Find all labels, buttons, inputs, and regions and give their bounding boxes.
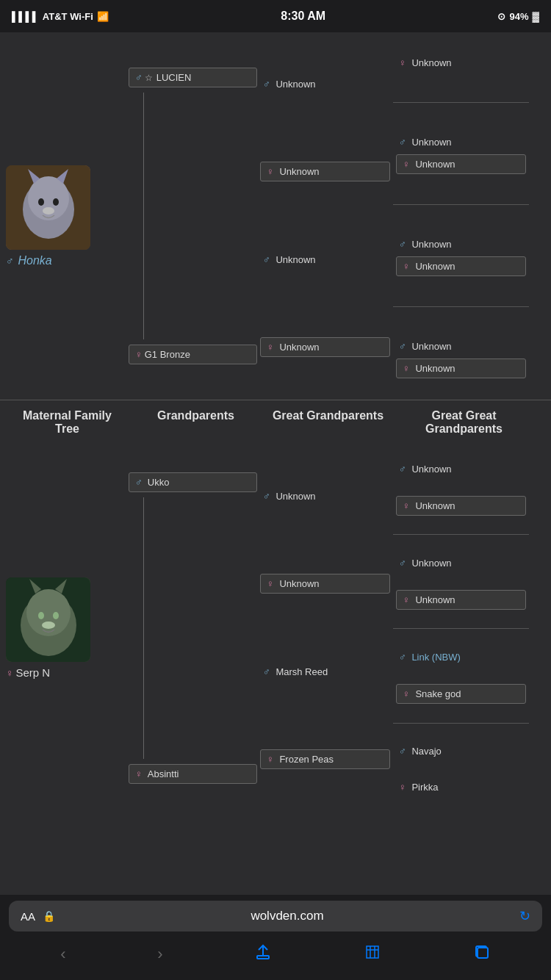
aa-label[interactable]: AA <box>21 910 35 923</box>
col-self: Honka <box>0 37 129 395</box>
lucien-label[interactable]: LUCIEN <box>156 72 192 83</box>
gp2-wrapper[interactable]: ♀ Unknown <box>260 162 390 181</box>
mat-self-name-label[interactable]: Serp N <box>16 666 51 679</box>
battery-label: 94% <box>509 11 528 22</box>
parent-g1bronze[interactable]: ♀ G1 Bronze <box>129 345 257 364</box>
mat-gggp4-gender: ♀ <box>403 594 410 605</box>
gp4-label[interactable]: Unknown <box>279 342 319 353</box>
gp4-gender: ♀ <box>267 342 274 353</box>
bookmarks-button[interactable] <box>364 943 381 965</box>
mat-gggp1-label[interactable]: Unknown <box>411 464 451 475</box>
sep3 <box>393 306 529 307</box>
mat-gggp2-gender: ♀ <box>403 500 410 511</box>
paternal-section: Honka ♂ ☆ LUCIEN ♀ <box>0 32 551 400</box>
ggp4-label[interactable]: Unknown <box>411 239 451 250</box>
serpn-avatar-svg <box>6 577 90 662</box>
col-self-maternal: ♀ Serp N <box>0 449 129 807</box>
svg-point-7 <box>43 207 54 215</box>
col-parents: ♂ ☆ LUCIEN ♀ G1 Bronze <box>129 37 257 395</box>
lock-icon: 🔒 <box>43 910 55 922</box>
ggp5-label[interactable]: Unknown <box>415 261 455 272</box>
absintti-gender: ♀ <box>135 768 143 779</box>
mat-ggp2[interactable]: ♀ Unknown <box>260 574 390 594</box>
gp1-wrapper: ♂ Unknown <box>257 75 393 93</box>
mat-gggp2-label[interactable]: Unknown <box>415 500 455 511</box>
mat-gggp1: ♂ Unknown <box>393 460 529 478</box>
mat-ggp1-label[interactable]: Unknown <box>276 491 315 502</box>
parent-lucien-wrapper: ♂ ☆ LUCIEN <box>129 66 257 89</box>
self-name-label[interactable]: Honka <box>18 254 52 267</box>
bookmarks-icon <box>364 943 381 961</box>
mat-ggp3-label[interactable]: Marsh Reed <box>276 666 328 677</box>
gp3-label[interactable]: Unknown <box>276 254 315 265</box>
self-gender-icon <box>6 255 16 267</box>
mat-ggp4-label[interactable]: Frozen Peas <box>279 754 334 765</box>
ggp7[interactable]: ♀ Unknown <box>396 359 526 378</box>
parent-lucien[interactable]: ♂ ☆ LUCIEN <box>129 68 257 87</box>
sep1 <box>393 102 529 103</box>
gp4-wrapper[interactable]: ♀ Unknown <box>260 337 390 357</box>
ggp-pat-group4: ♂ Unknown ♀ Unknown <box>393 336 529 380</box>
gp-ukko[interactable]: ♂ Ukko <box>129 472 257 492</box>
ggp2-label[interactable]: Unknown <box>411 137 451 148</box>
svg-point-13 <box>38 612 44 619</box>
time-display: 8:30 AM <box>281 10 325 23</box>
mat-gggp6-label[interactable]: Snake god <box>415 688 461 699</box>
url-display[interactable]: wolvden.com <box>62 909 512 923</box>
ggp7-gender: ♀ <box>403 363 410 374</box>
mat-gggp8-label[interactable]: Pirkka <box>411 782 438 793</box>
g1-label[interactable]: G1 Bronze <box>145 349 190 360</box>
status-left: ▌▌▌▌ AT&T Wi-Fi 📶 <box>12 11 109 22</box>
mat-gggp7-label[interactable]: Navajo <box>411 746 441 757</box>
header-maternal-tree: Maternal Family Tree <box>3 409 132 436</box>
absintti-label[interactable]: Absintti <box>148 768 179 779</box>
ggp5[interactable]: ♀ Unknown <box>396 256 526 276</box>
lock-icon: ⊙ <box>497 11 505 22</box>
mat-ggp2-label[interactable]: Unknown <box>279 578 319 589</box>
tabs-button[interactable] <box>473 943 491 965</box>
forward-button[interactable]: › <box>157 945 162 964</box>
status-right: ⊙ 94% ▓ <box>497 11 539 22</box>
col-grandparents: ♂ Unknown ♀ Unknown ♂ Unknown ♀ Unknown <box>257 37 393 395</box>
ggp3[interactable]: ♀ Unknown <box>396 154 526 174</box>
back-button[interactable]: ‹ <box>60 945 65 964</box>
gp1-label[interactable]: Unknown <box>276 79 315 90</box>
maternal-section: ♀ Serp N ♂ Ukko ♀ Absintti <box>0 444 544 812</box>
ggp7-label[interactable]: Unknown <box>415 363 455 374</box>
ggp6-label[interactable]: Unknown <box>411 341 451 352</box>
gp-absintti[interactable]: ♀ Absintti <box>129 764 257 784</box>
svg-point-5 <box>38 198 44 206</box>
gp2-label[interactable]: Unknown <box>279 166 319 177</box>
lucien-star: ☆ <box>145 73 153 83</box>
mat-gggp3-gender: ♂ <box>399 558 406 569</box>
mat-gggp2[interactable]: ♀ Unknown <box>396 496 526 516</box>
share-button[interactable] <box>254 943 272 965</box>
ggp6-gender: ♂ <box>399 341 406 352</box>
header-grandparents: Grandparents <box>132 409 260 422</box>
mat-gggp6[interactable]: ♀ Snake god <box>396 684 526 704</box>
ukko-label[interactable]: Ukko <box>148 477 170 488</box>
ggp1-label[interactable]: Unknown <box>411 57 451 68</box>
mat-gggp4[interactable]: ♀ Unknown <box>396 590 526 610</box>
mat-gggp6-gender: ♀ <box>403 688 410 699</box>
mat-gggp4-label[interactable]: Unknown <box>415 594 455 605</box>
ggp3-label[interactable]: Unknown <box>415 159 455 170</box>
mat-sep1 <box>393 534 529 535</box>
mat-ggp2-gender: ♀ <box>267 578 274 589</box>
gp3-wrapper: ♂ Unknown <box>257 251 393 269</box>
parent-g1-wrapper: ♀ G1 Bronze <box>129 343 257 366</box>
browser-navigation: ‹ › <box>0 937 551 980</box>
url-bar: AA 🔒 wolvden.com ↻ <box>9 901 542 932</box>
self-avatar <box>6 165 90 250</box>
reload-button[interactable]: ↻ <box>519 908 530 924</box>
mat-ggp3: ♂ Marsh Reed <box>257 663 393 681</box>
svg-rect-17 <box>257 956 269 959</box>
mat-gggp5-label[interactable]: Link (NBW) <box>411 652 460 663</box>
honka-avatar-svg <box>6 165 90 250</box>
gp-absintti-wrapper: ♀ Absintti <box>129 763 257 785</box>
ggp2: ♂ Unknown <box>393 133 529 151</box>
mat-gggp3-label[interactable]: Unknown <box>411 558 451 569</box>
mat-ggp4[interactable]: ♀ Frozen Peas <box>260 749 390 769</box>
g1-gender-icon: ♀ <box>135 349 143 360</box>
sep2 <box>393 204 529 205</box>
